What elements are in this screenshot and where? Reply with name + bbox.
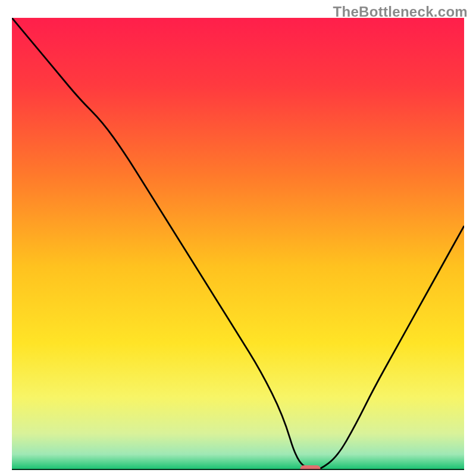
watermark-text: TheBottleneck.com [333,4,468,20]
chart-svg [12,18,464,470]
chart-background [12,18,464,470]
chart-area [12,18,464,470]
